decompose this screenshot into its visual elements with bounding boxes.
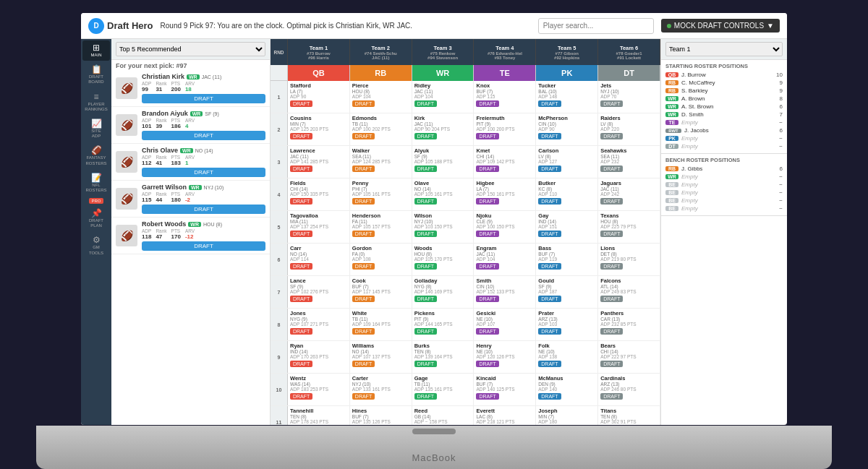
draft-button[interactable]: DRAFT bbox=[352, 296, 375, 302]
draft-button[interactable]: DRAFT bbox=[352, 263, 375, 270]
player-name: Olave bbox=[414, 180, 472, 186]
draft-button[interactable]: DRAFT bbox=[414, 165, 437, 172]
sidebar-item-draft-board[interactable]: 📋 DRAFTBOARD bbox=[82, 62, 110, 87]
draft-button[interactable]: DRAFT bbox=[290, 328, 312, 335]
filter-select[interactable]: Top 5 Recommended All Players QBRBWRTEKD… bbox=[116, 42, 265, 56]
draft-button[interactable]: DRAFT bbox=[142, 131, 265, 140]
draft-button[interactable]: DRAFT bbox=[476, 361, 498, 367]
player-list: 🏈 Christian Kirk WR JAC (11) ADP99 Rank3… bbox=[111, 70, 270, 425]
draft-button[interactable]: DRAFT bbox=[414, 231, 437, 237]
draft-button[interactable]: DRAFT bbox=[142, 94, 265, 103]
grid-row: 7LanceSF (9)ADP 102 276 PTSDRAFTCookBUF … bbox=[271, 276, 660, 309]
draft-button[interactable]: DRAFT bbox=[476, 263, 498, 270]
draft-button[interactable]: DRAFT bbox=[414, 263, 437, 270]
draft-button[interactable]: DRAFT bbox=[476, 328, 498, 335]
sidebar-item-gm-tools[interactable]: ⚙ GMTOOLS bbox=[82, 233, 110, 258]
player-name: Hines bbox=[352, 408, 409, 414]
draft-button[interactable]: DRAFT bbox=[290, 231, 312, 237]
player-search-input[interactable] bbox=[538, 18, 654, 34]
draft-button[interactable]: DRAFT bbox=[600, 296, 623, 302]
draft-button[interactable]: DRAFT bbox=[290, 361, 312, 367]
draft-button[interactable]: DRAFT bbox=[600, 361, 623, 367]
mock-controls-button[interactable]: MOCK DRAFT CONTROLS ▼ bbox=[661, 19, 780, 33]
player-adp: ADP 105 170 PTS bbox=[414, 257, 472, 262]
draft-button[interactable]: DRAFT bbox=[600, 198, 623, 205]
sidebar-item-site-adp[interactable]: 📈 SITEADP bbox=[82, 116, 110, 142]
draft-button[interactable]: DRAFT bbox=[600, 100, 623, 107]
draft-button[interactable]: DRAFT bbox=[414, 361, 437, 367]
draft-button[interactable]: DRAFT bbox=[476, 296, 498, 302]
draft-button[interactable]: DRAFT bbox=[414, 296, 437, 302]
draft-button[interactable]: DRAFT bbox=[352, 165, 375, 172]
draft-button[interactable]: DRAFT bbox=[476, 198, 498, 205]
draft-button[interactable]: DRAFT bbox=[352, 361, 375, 367]
right-panel: Team 1 Team 2 STARTING ROSTER POSITIONS … bbox=[660, 39, 787, 425]
draft-button[interactable]: DRAFT bbox=[290, 393, 312, 400]
draft-button[interactable]: DRAFT bbox=[352, 100, 375, 107]
sidebar-item-draft-plan[interactable]: 📌 DRAFTPLAN bbox=[82, 206, 110, 231]
pos-badge: WR bbox=[189, 185, 202, 190]
draft-button[interactable]: DRAFT bbox=[142, 205, 265, 214]
draft-button[interactable]: DRAFT bbox=[600, 263, 623, 270]
bench-row: WR Empty − bbox=[665, 173, 783, 181]
draft-button[interactable]: DRAFT bbox=[538, 100, 561, 107]
draft-button[interactable]: DRAFT bbox=[414, 198, 437, 205]
draft-button[interactable]: DRAFT bbox=[352, 328, 375, 335]
draft-button[interactable]: DRAFT bbox=[476, 231, 498, 237]
sidebar-item-nfl-rosters[interactable]: 📝 NFLROSTERS bbox=[82, 171, 110, 196]
draft-button[interactable]: DRAFT bbox=[290, 198, 312, 205]
draft-button[interactable]: DRAFT bbox=[290, 133, 312, 139]
draft-button[interactable]: DRAFT bbox=[290, 263, 312, 270]
player-details: Brandon Aiyuk WR SF (9) ADP101 Rank39 PT… bbox=[142, 110, 265, 140]
draft-button[interactable]: DRAFT bbox=[476, 100, 498, 107]
draft-button[interactable]: DRAFT bbox=[352, 198, 375, 205]
pos-tag: WR bbox=[665, 112, 678, 117]
draft-button[interactable]: DRAFT bbox=[538, 361, 561, 367]
player-info: ARZ (13) bbox=[600, 382, 658, 387]
sidebar-item-player-rankings[interactable]: ≡ PLAYERRANKINGS bbox=[82, 90, 110, 115]
draft-button[interactable]: DRAFT bbox=[538, 393, 561, 400]
draft-button[interactable]: DRAFT bbox=[476, 165, 498, 172]
draft-button[interactable]: DRAFT bbox=[414, 100, 437, 107]
player-adp: ADP 109 142 PTS bbox=[476, 159, 533, 164]
draft-button[interactable]: DRAFT bbox=[538, 231, 561, 237]
draft-button[interactable]: DRAFT bbox=[538, 328, 561, 335]
player-name: Kmet bbox=[476, 147, 533, 154]
draft-button[interactable]: DRAFT bbox=[600, 133, 623, 139]
draft-button[interactable]: DRAFT bbox=[352, 133, 375, 139]
board-icon: 📋 bbox=[91, 65, 102, 74]
bench-roster-section: BENCH ROSTER POSITIONS RB J. Gibbs 6 WR … bbox=[661, 154, 787, 216]
row-number: 11 bbox=[271, 406, 288, 425]
list-item: 🏈 Garrett Wilson WR NYJ (10) ADP115 Rank… bbox=[111, 181, 270, 218]
draft-button[interactable]: DRAFT bbox=[538, 165, 561, 172]
draft-button[interactable]: DRAFT bbox=[414, 328, 437, 335]
draft-button[interactable]: DRAFT bbox=[600, 165, 623, 172]
draft-button[interactable]: DRAFT bbox=[538, 198, 561, 205]
draft-button[interactable]: DRAFT bbox=[290, 165, 312, 172]
player-name: Carr bbox=[290, 245, 347, 251]
draft-button[interactable]: DRAFT bbox=[142, 241, 265, 251]
draft-button[interactable]: DRAFT bbox=[290, 100, 312, 107]
grid-cell: HendersonFA (11)ADP 105 157 PTSDRAFT bbox=[350, 211, 412, 243]
draft-button[interactable]: DRAFT bbox=[290, 296, 312, 302]
player-name: Prater bbox=[538, 310, 595, 317]
draft-button[interactable]: DRAFT bbox=[352, 231, 375, 237]
draft-button[interactable]: DRAFT bbox=[352, 393, 375, 400]
sidebar-item-fantasy-rosters[interactable]: 🏈 FANTASYROSTERS bbox=[82, 143, 110, 168]
sidebar-item-main[interactable]: ⊞ MAIN bbox=[82, 40, 110, 61]
draft-button[interactable]: DRAFT bbox=[600, 231, 623, 237]
draft-button[interactable]: DRAFT bbox=[538, 133, 561, 139]
draft-button[interactable]: DRAFT bbox=[600, 328, 623, 335]
draft-button[interactable]: DRAFT bbox=[600, 393, 623, 400]
draft-button[interactable]: DRAFT bbox=[142, 168, 265, 177]
player-info: SEA (11) bbox=[600, 154, 658, 159]
player-adp: ADP 141 285 PTS bbox=[290, 159, 347, 164]
draft-button[interactable]: DRAFT bbox=[476, 393, 498, 400]
draft-button[interactable]: DRAFT bbox=[414, 133, 437, 139]
draft-button[interactable]: DRAFT bbox=[476, 133, 498, 139]
player-adp: ADP 222 97 PTS bbox=[600, 354, 658, 359]
team-select[interactable]: Team 1 Team 2 bbox=[665, 42, 783, 56]
draft-button[interactable]: DRAFT bbox=[538, 263, 561, 270]
draft-button[interactable]: DRAFT bbox=[538, 296, 561, 302]
draft-button[interactable]: DRAFT bbox=[414, 393, 437, 400]
